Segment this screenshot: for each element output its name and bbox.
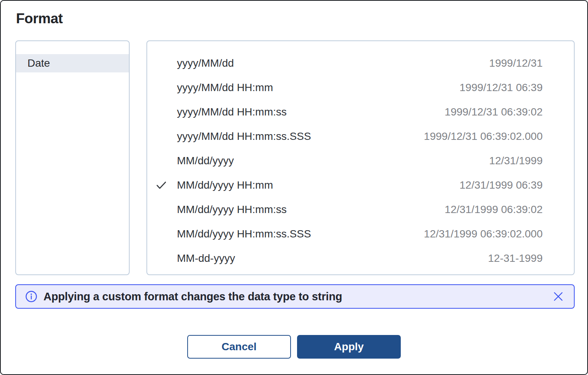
- format-example: 12/31/1999 06:39: [459, 179, 543, 191]
- format-pattern: MM/dd/yyyy HH:mm: [177, 179, 273, 191]
- checkmark-icon: [156, 204, 167, 215]
- format-option[interactable]: MM-dd-yyyy 12-31-1999: [147, 246, 574, 271]
- format-option[interactable]: yyyy/MM/dd HH:mm:ss.SSS 1999/12/31 06:39…: [147, 124, 574, 149]
- dialog-title: Format: [16, 11, 63, 27]
- field-list-panel: Date: [15, 40, 130, 275]
- checkmark-icon: [156, 253, 167, 264]
- format-pattern: yyyy/MM/dd HH:mm:ss: [177, 106, 287, 118]
- sidebar-item-date[interactable]: Date: [16, 54, 129, 72]
- checkmark-icon: [156, 106, 167, 118]
- format-example: 12/31/1999 06:39:02.000: [424, 228, 543, 240]
- format-option[interactable]: yyyy/MM/dd 1999/12/31: [147, 51, 574, 75]
- format-example: 1999/12/31 06:39:02.000: [424, 130, 543, 143]
- format-option[interactable]: MM/dd/yyyy HH:mm 12/31/1999 06:39: [147, 173, 574, 197]
- format-list: yyyy/MM/dd 1999/12/31 yyyy/MM/dd HH:mm 1…: [147, 41, 574, 271]
- info-banner: Applying a custom format changes the dat…: [15, 284, 575, 309]
- format-dialog: Format Date yyyy/MM/dd 1999/12/31 yyyy/M…: [0, 0, 588, 375]
- dialog-actions: Cancel Apply: [1, 335, 587, 359]
- format-pattern: MM/dd/yyyy HH:mm:ss: [177, 204, 287, 216]
- format-pattern: MM/dd/yyyy: [177, 155, 234, 167]
- format-list-panel: yyyy/MM/dd 1999/12/31 yyyy/MM/dd HH:mm 1…: [146, 40, 575, 275]
- checkmark-icon: [156, 58, 167, 69]
- format-example: 12-31-1999: [488, 252, 543, 264]
- format-example: 12/31/1999 06:39:02: [445, 204, 543, 216]
- format-example: 1999/12/31 06:39: [459, 82, 543, 94]
- checkmark-icon: [156, 82, 167, 93]
- cancel-button[interactable]: Cancel: [187, 335, 291, 359]
- checkmark-icon: [156, 131, 167, 142]
- format-pattern: yyyy/MM/dd HH:mm: [177, 82, 273, 94]
- format-option[interactable]: MM/dd/yyyy HH:mm:ss.SSS 12/31/1999 06:39…: [147, 222, 574, 246]
- format-pattern: yyyy/MM/dd: [177, 57, 234, 69]
- sidebar-item-label: Date: [27, 57, 50, 69]
- checkmark-icon: [156, 155, 167, 167]
- format-example: 12/31/1999: [489, 155, 543, 167]
- format-example: 1999/12/31: [489, 57, 543, 69]
- close-icon[interactable]: [552, 290, 565, 303]
- format-pattern: MM/dd/yyyy HH:mm:ss.SSS: [177, 228, 311, 240]
- checkmark-icon: [156, 179, 167, 191]
- format-pattern: MM-dd-yyyy: [177, 252, 235, 264]
- banner-message: Applying a custom format changes the dat…: [43, 290, 552, 303]
- apply-button[interactable]: Apply: [297, 335, 401, 359]
- checkmark-icon: [156, 228, 167, 240]
- format-example: 1999/12/31 06:39:02: [445, 106, 543, 118]
- format-option[interactable]: MM/dd/yyyy 12/31/1999: [147, 149, 574, 173]
- format-option[interactable]: MM/dd/yyyy HH:mm:ss 12/31/1999 06:39:02: [147, 197, 574, 222]
- format-pattern: yyyy/MM/dd HH:mm:ss.SSS: [177, 130, 311, 143]
- info-icon: [25, 290, 37, 303]
- format-option[interactable]: yyyy/MM/dd HH:mm 1999/12/31 06:39: [147, 75, 574, 100]
- format-option[interactable]: yyyy/MM/dd HH:mm:ss 1999/12/31 06:39:02: [147, 100, 574, 124]
